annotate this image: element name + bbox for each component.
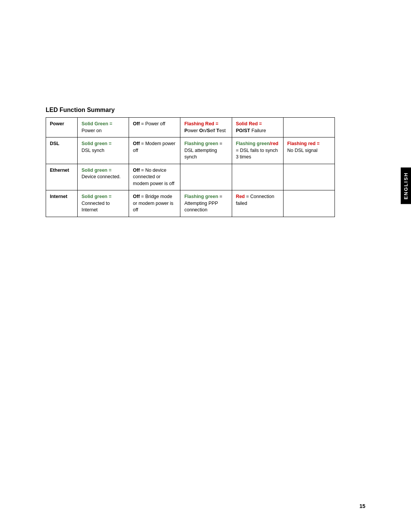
english-tab: ENGLISH [401,168,411,204]
power-col1-plain: Power on [81,128,102,133]
row-header-internet: Internet [46,190,78,217]
page-content: LED Function Summary Power Solid Green =… [0,0,411,248]
cell-internet-col1: Solid green = Connected to Internet [78,190,129,217]
power-col4-plain: PO/ST Failure [236,128,266,133]
cell-dsl-col4: Flashing green/red = DSL fails to synch … [232,137,283,164]
table-row: DSL Solid green = DSL synch Off = Modem … [46,137,335,164]
power-col2-bold: Off [133,121,140,126]
cell-ethernet-col3 [180,164,232,190]
ethernet-col1-plain: Device connected. [81,174,121,179]
power-col1-colored: Solid Green = [81,121,112,126]
dsl-col2-plain: = Modem power off [133,141,175,153]
cell-ethernet-col5 [283,164,335,190]
ethernet-col1-colored: Solid green = [81,168,112,173]
row-header-dsl: DSL [46,137,78,164]
dsl-col5-colored: Flashing red = [287,141,320,146]
cell-ethernet-col1: Solid green = Device connected. [78,164,129,190]
cell-dsl-col2: Off = Modem power off [129,137,180,164]
dsl-col3-green: Flashing green [184,141,218,146]
cell-dsl-col5: Flashing red = No DSL signal [283,137,335,164]
table-row: Internet Solid green = Connected to Inte… [46,190,335,217]
cell-internet-col2: Off = Bridge mode or modem power is off [129,190,180,217]
page-number: 15 [359,503,365,509]
power-col3-colored: Flashing Red = [184,121,218,126]
dsl-col1-colored: Solid green = [81,141,112,146]
internet-col1-colored: Solid green = [81,194,112,199]
cell-power-col5 [283,118,335,137]
cell-internet-col5 [283,190,335,217]
cell-dsl-col1: Solid green = DSL synch [78,137,129,164]
dsl-col5-plain: No DSL signal [287,148,317,153]
power-col2-plain: = Power off [140,121,165,126]
internet-col1-plain: Connected to Internet [81,201,110,213]
ethernet-col2-bold: Off [133,168,140,173]
cell-internet-col4: Red = Connection failed [232,190,283,217]
cell-dsl-col3: Flashing green = DSL attempting synch [180,137,232,164]
row-header-power: Power [46,118,78,137]
row-header-ethernet: Ethernet [46,164,78,190]
cell-power-col2: Off = Power off [129,118,180,137]
dsl-col4-red: /red [270,141,279,146]
cell-power-col3: Flashing Red = Power On/Self Test [180,118,232,137]
power-col3-line1: Power On/Self Test [184,128,225,133]
led-table: Power Solid Green = Power on Off = Power… [46,117,335,217]
dsl-col1-plain: DSL synch [81,148,104,153]
cell-ethernet-col4 [232,164,283,190]
section-title: LED Function Summary [46,107,365,113]
table-row: Ethernet Solid green = Device connected.… [46,164,335,190]
dsl-col2-bold: Off [133,141,140,146]
power-col4-colored: Solid Red = [236,121,262,126]
internet-col3-green: Flashing green [184,194,218,199]
dsl-col4-green: Flashing green [236,141,270,146]
internet-col2-bold: Off [133,194,140,199]
internet-col4-red: Red [236,194,245,199]
cell-ethernet-col2: Off = No device connected or modem power… [129,164,180,190]
cell-power-col1: Solid Green = Power on [78,118,129,137]
cell-internet-col3: Flashing green = Attempting PPP connecti… [180,190,232,217]
dsl-col4-plain: = DSL fails to synch 3 times [236,148,278,160]
table-row: Power Solid Green = Power on Off = Power… [46,118,335,137]
cell-power-col4: Solid Red = PO/ST Failure [232,118,283,137]
